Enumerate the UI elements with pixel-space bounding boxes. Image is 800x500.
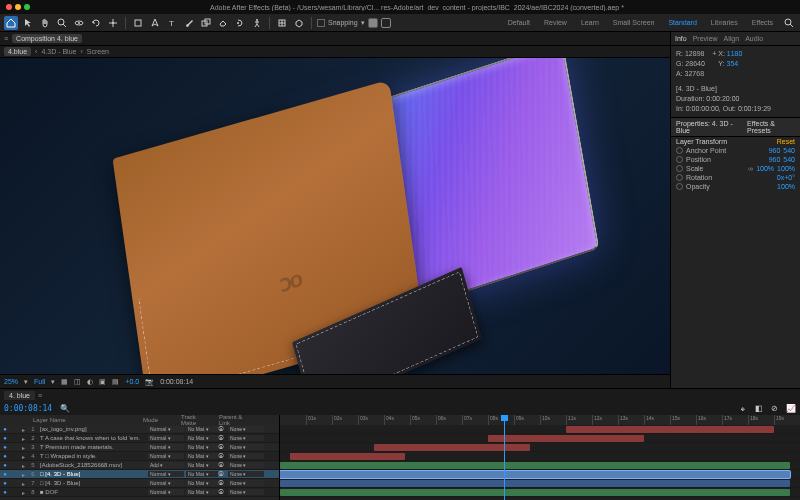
workspace-tab[interactable]: Review	[538, 17, 573, 28]
property-value[interactable]: 0x+0°	[777, 174, 795, 181]
search-icon[interactable]: 🔍	[60, 404, 70, 413]
clone-tool[interactable]	[199, 16, 213, 30]
property-value[interactable]: 540	[783, 156, 795, 163]
panel-tab[interactable]: Preview	[693, 35, 718, 42]
close-icon[interactable]	[6, 4, 12, 10]
workspace-tab[interactable]: Default	[502, 17, 536, 28]
comp-tab-active[interactable]: Composition 4. blue	[12, 34, 82, 43]
blend-mode-dropdown[interactable]: Normal ▾	[148, 489, 184, 495]
region-icon[interactable]: ▣	[99, 378, 106, 386]
layer-bar[interactable]	[566, 426, 774, 433]
blend-mode-dropdown[interactable]: Normal ▾	[148, 453, 184, 459]
timeline-tab[interactable]: 4. blue	[4, 391, 35, 400]
snapshot-icon[interactable]: 📷	[145, 378, 154, 386]
track-matte-dropdown[interactable]: No Mat ▾	[186, 471, 218, 477]
property-value[interactable]: 960	[769, 156, 781, 163]
track-matte-dropdown[interactable]: No Mat ▾	[186, 480, 218, 486]
stopwatch-icon[interactable]	[676, 165, 683, 172]
search-icon[interactable]	[782, 16, 796, 30]
track-matte-dropdown[interactable]: No Mat ▾	[186, 426, 218, 432]
minimize-icon[interactable]	[15, 4, 21, 10]
workspace-tab[interactable]: Learn	[575, 17, 605, 28]
panel-tab[interactable]: Audio	[745, 35, 763, 42]
zoom-dropdown[interactable]: 25%	[4, 378, 18, 385]
reset-button[interactable]: Reset	[777, 138, 795, 145]
eraser-tool[interactable]	[216, 16, 230, 30]
layer-row[interactable]: ●▸8■ DOFNormal ▾No Mat ▾⦿None ▾	[0, 488, 279, 497]
text-tool[interactable]: T	[165, 16, 179, 30]
puppet-tool[interactable]	[250, 16, 264, 30]
visibility-icon[interactable]: ●	[0, 435, 10, 441]
stopwatch-icon[interactable]	[676, 156, 683, 163]
layer-row[interactable]: ●▸6□ [4. 3D - Blue]Normal ▾No Mat ▾⦿None…	[0, 470, 279, 479]
visibility-icon[interactable]: ●	[0, 426, 10, 432]
layer-track[interactable]	[280, 443, 800, 452]
panel-tab[interactable]: Align	[724, 35, 740, 42]
selection-tool[interactable]	[21, 16, 35, 30]
frame-blend-toggle[interactable]: ◧	[755, 404, 763, 413]
track-matte-dropdown[interactable]: No Mat ▾	[186, 489, 218, 495]
property-value[interactable]: 100%	[756, 165, 774, 172]
track-matte-dropdown[interactable]: No Mat ▾	[186, 444, 218, 450]
quality-dropdown[interactable]: Full	[34, 378, 45, 385]
layer-row[interactable]: ●▸5[AdobeStock_218526668.mov]Add ▾No Mat…	[0, 461, 279, 470]
panel-tab[interactable]: Info	[675, 35, 687, 42]
visibility-icon[interactable]: ●	[0, 444, 10, 450]
mask-icon[interactable]: ◫	[74, 378, 81, 386]
parent-dropdown[interactable]: None ▾	[228, 489, 264, 495]
blend-mode-dropdown[interactable]: Normal ▾	[148, 471, 184, 477]
stopwatch-icon[interactable]	[676, 174, 683, 181]
anchor-tool[interactable]	[106, 16, 120, 30]
visibility-icon[interactable]: ●	[0, 462, 10, 468]
workspace-tab[interactable]: Effects	[746, 17, 779, 28]
panel-menu-icon[interactable]: ≡	[4, 35, 8, 42]
visibility-icon[interactable]: ●	[0, 480, 10, 486]
property-value[interactable]: 100%	[777, 183, 795, 190]
timecode-display[interactable]: 0:00:08:14	[160, 378, 193, 385]
blend-mode-dropdown[interactable]: Normal ▾	[148, 426, 184, 432]
composition-viewer[interactable]: ɔo	[0, 58, 670, 374]
exposure-value[interactable]: +0.0	[125, 378, 139, 385]
visibility-icon[interactable]: ●	[0, 453, 10, 459]
brush-tool[interactable]	[182, 16, 196, 30]
track-matte-dropdown[interactable]: No Mat ▾	[186, 453, 218, 459]
property-value[interactable]: 960	[769, 147, 781, 154]
layer-track[interactable]	[280, 461, 800, 470]
layer-bar[interactable]	[280, 489, 790, 496]
layer-row[interactable]: ●▸2T A case that knows when to fold 'em.…	[0, 434, 279, 443]
visibility-icon[interactable]: ●	[0, 489, 10, 495]
hand-tool[interactable]	[38, 16, 52, 30]
transparency-icon[interactable]: ▤	[112, 378, 119, 386]
zoom-tool[interactable]	[55, 16, 69, 30]
property-value[interactable]: 540	[783, 147, 795, 154]
property-value[interactable]: 100%	[777, 165, 795, 172]
layer-bar[interactable]	[280, 471, 790, 478]
parent-dropdown[interactable]: None ▾	[228, 444, 264, 450]
layer-row[interactable]: ●▸3T Premium made materials.Normal ▾No M…	[0, 443, 279, 452]
workspace-tab[interactable]: Small Screen	[607, 17, 661, 28]
snapping-toggle[interactable]: Snapping ▾	[317, 19, 365, 27]
mesh-tool[interactable]	[275, 16, 289, 30]
layer-track[interactable]	[280, 452, 800, 461]
blend-mode-dropdown[interactable]: Normal ▾	[148, 435, 184, 441]
layer-row[interactable]: ●▸1[ax_logo_inv.png]Normal ▾No Mat ▾⦿Non…	[0, 425, 279, 434]
layer-track[interactable]	[280, 488, 800, 497]
orbit-tool[interactable]	[72, 16, 86, 30]
stopwatch-icon[interactable]	[676, 183, 683, 190]
roto-tool[interactable]	[233, 16, 247, 30]
graph-editor-toggle[interactable]: 📈	[786, 404, 796, 413]
parent-dropdown[interactable]: None ▾	[228, 480, 264, 486]
layer-track[interactable]	[280, 479, 800, 488]
timeline-tracks[interactable]: 01s02s03s04s05s06s07s08s09s10s11s12s13s1…	[280, 415, 800, 500]
visibility-icon[interactable]: ●	[0, 471, 10, 477]
blend-mode-dropdown[interactable]: Normal ▾	[148, 444, 184, 450]
blend-mode-dropdown[interactable]: Add ▾	[148, 462, 184, 468]
layer-bar[interactable]	[488, 435, 644, 442]
maximize-icon[interactable]	[24, 4, 30, 10]
parent-dropdown[interactable]: None ▾	[228, 435, 264, 441]
crumb-1[interactable]: 4.3D - Blue	[41, 48, 76, 55]
current-timecode[interactable]: 0:00:08:14	[4, 404, 52, 413]
home-button[interactable]	[4, 16, 18, 30]
layer-track[interactable]	[280, 470, 800, 479]
parent-dropdown[interactable]: None ▾	[228, 426, 264, 432]
